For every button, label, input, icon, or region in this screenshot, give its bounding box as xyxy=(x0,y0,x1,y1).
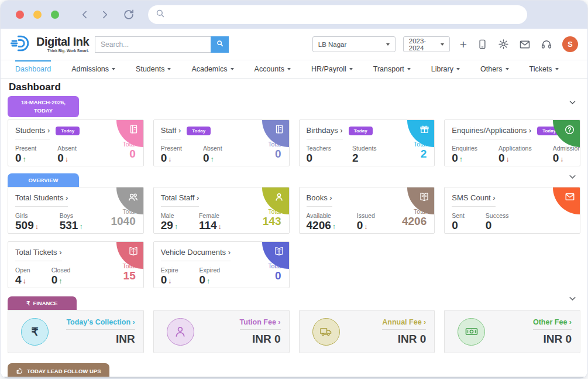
forward-button[interactable] xyxy=(99,9,111,21)
nav-item-academics[interactable]: Academics xyxy=(191,60,233,78)
stat-total: Total0 xyxy=(123,141,136,161)
stat-card-sms-count: SMS Count ›Sent0Success0 xyxy=(444,187,580,234)
stat-girls: Girls509↓ xyxy=(15,212,39,232)
logo-tagline: Think Big. Work Smart. xyxy=(47,49,89,53)
stat-card-students: Students ›TodayPresent0↑Absent0↓Total0 xyxy=(8,119,144,166)
app-logo[interactable]: Digital Ink Think Big. Work Smart. xyxy=(10,32,89,57)
digital-ink-logo-icon xyxy=(10,32,32,57)
arrow-down-icon: ↓ xyxy=(35,223,39,231)
search-submit-button[interactable] xyxy=(211,36,229,53)
nav-item-label: Students xyxy=(136,65,164,73)
arrow-down-icon: ↓ xyxy=(560,155,563,163)
truck-icon xyxy=(312,318,340,346)
traffic-lights xyxy=(16,11,59,19)
arrow-up-icon: ↑ xyxy=(79,223,82,231)
person-icon xyxy=(167,318,194,346)
finance-card-annual-fee: Annual Fee ›INR 0 xyxy=(299,310,435,353)
user-avatar[interactable]: S xyxy=(562,36,578,52)
mobile-app-button[interactable] xyxy=(477,39,488,50)
stat-card-total-students: Total Students ›Girls509↓Boys531↑Total10… xyxy=(8,187,144,234)
nav-item-label: Transport xyxy=(373,65,404,73)
collapse-today-section-button[interactable] xyxy=(568,98,577,109)
card-title-link[interactable]: Total Staff › xyxy=(161,193,200,207)
nav-item-label: Library xyxy=(431,65,453,73)
book-open-icon xyxy=(419,192,429,204)
today-badge: Today xyxy=(187,127,211,135)
card-title-link[interactable]: Students › xyxy=(15,126,50,139)
close-window-button[interactable] xyxy=(16,11,24,19)
notebook-icon xyxy=(274,124,284,136)
nav-item-library[interactable]: Library xyxy=(431,60,460,78)
card-title-link[interactable]: SMS Count › xyxy=(452,193,495,207)
card-title-link[interactable]: Total Tickets › xyxy=(15,248,62,261)
chevron-down-icon xyxy=(441,43,444,46)
finance-card-title-link[interactable]: Annual Fee › xyxy=(382,318,426,330)
branch-select-value: LB Nagar xyxy=(318,41,347,48)
card-title-link[interactable]: Books › xyxy=(307,193,332,207)
nav-item-students[interactable]: Students xyxy=(136,60,171,78)
window-bottom-edge xyxy=(1,377,587,378)
nav-item-dashboard[interactable]: Dashboard xyxy=(15,60,51,78)
branch-select[interactable]: LB Nagar xyxy=(312,36,396,52)
academic-year-select[interactable]: 2023-2024 xyxy=(403,36,450,52)
stat-card-staff: Staff ›TodayPresent0↓Absent0↑Total0 xyxy=(153,119,290,166)
page-title: Dashboard xyxy=(9,81,61,93)
finance-section-badge[interactable]: ₹ FINANCE xyxy=(8,296,77,310)
nav-item-transport[interactable]: Transport xyxy=(373,60,411,78)
minimize-window-button[interactable] xyxy=(33,11,42,19)
settings-gear-button[interactable] xyxy=(498,39,509,50)
card-title-link[interactable]: Staff › xyxy=(161,126,181,139)
card-corner xyxy=(553,120,580,147)
gift-icon xyxy=(419,124,429,136)
finance-card-title-link[interactable]: Tution Fee › xyxy=(240,318,281,330)
collapse-finance-section-button[interactable] xyxy=(568,294,577,305)
card-title-link[interactable]: Total Students › xyxy=(15,193,68,207)
mail-button[interactable] xyxy=(519,39,531,50)
today-badge: Today xyxy=(56,127,80,135)
nav-item-tickets[interactable]: Tickets xyxy=(529,60,559,78)
finance-card-title-link[interactable]: Other Fee › xyxy=(533,318,572,330)
back-button[interactable] xyxy=(79,9,91,21)
stat-teachers: Teachers0 xyxy=(307,145,332,165)
stat-total: Total15 xyxy=(123,262,136,282)
nav-item-label: HR/Payroll xyxy=(311,65,346,73)
overview-section-badge[interactable]: OVERVIEW xyxy=(8,173,79,187)
global-search-input[interactable] xyxy=(95,36,211,53)
question-icon xyxy=(564,124,575,138)
browser-chrome xyxy=(1,1,587,29)
nav-item-accounts[interactable]: Accounts xyxy=(255,60,291,78)
reload-button[interactable] xyxy=(122,8,135,21)
stat-total: Total143 xyxy=(263,208,281,228)
maximize-window-button[interactable] xyxy=(51,11,59,19)
arrow-up-icon: ↑ xyxy=(174,223,178,231)
chevron-down-icon xyxy=(555,68,559,70)
main-nav: DashboardAdmissionsStudentsAcademicsAcco… xyxy=(1,60,587,78)
chevron-down-icon xyxy=(349,68,353,70)
lead-label: TODAY LEAD FOLLOW UPS xyxy=(27,368,101,374)
stat-absent: Absent0↓ xyxy=(57,145,77,165)
nav-item-label: Accounts xyxy=(255,65,284,73)
today-date-badge[interactable]: 18-MARCH-2026, TODAY xyxy=(8,96,79,117)
collapse-overview-section-button[interactable] xyxy=(568,172,577,183)
finance-card-title-link[interactable]: Today's Collection › xyxy=(66,318,135,330)
stat-male: Male29↑ xyxy=(161,212,178,232)
browser-window: Digital Ink Think Big. Work Smart. LB Na… xyxy=(0,0,588,379)
arrow-down-icon: ↓ xyxy=(168,155,171,163)
arrow-down-icon: ↓ xyxy=(23,277,26,285)
nav-item-others[interactable]: Others xyxy=(480,60,509,78)
card-title-link[interactable]: Vehicle Documents › xyxy=(161,248,231,261)
finance-card-value: INR xyxy=(66,333,135,346)
add-button[interactable]: + xyxy=(460,38,467,50)
card-title-link[interactable]: Enquiries/Applications › xyxy=(452,126,531,139)
url-bar[interactable] xyxy=(148,5,527,24)
nav-item-hr-payroll[interactable]: HR/Payroll xyxy=(311,60,353,78)
finance-card-value: INR 0 xyxy=(382,333,426,346)
nav-item-admissions[interactable]: Admissions xyxy=(71,60,115,78)
stat-card-total-tickets: Total Tickets ›Open4↓Closed0↑Total15 xyxy=(8,241,144,288)
stat-enquiries: Enquiries0↑ xyxy=(452,145,477,165)
support-headset-button[interactable] xyxy=(541,39,552,50)
stat-card-vehicle-documents: Vehicle Documents ›Expire0↓Expired0↑Tota… xyxy=(153,241,290,288)
card-title-link[interactable]: Birthdays › xyxy=(307,126,343,139)
arrow-down-icon: ↓ xyxy=(65,155,68,163)
finance-card-value: INR 0 xyxy=(533,333,572,346)
